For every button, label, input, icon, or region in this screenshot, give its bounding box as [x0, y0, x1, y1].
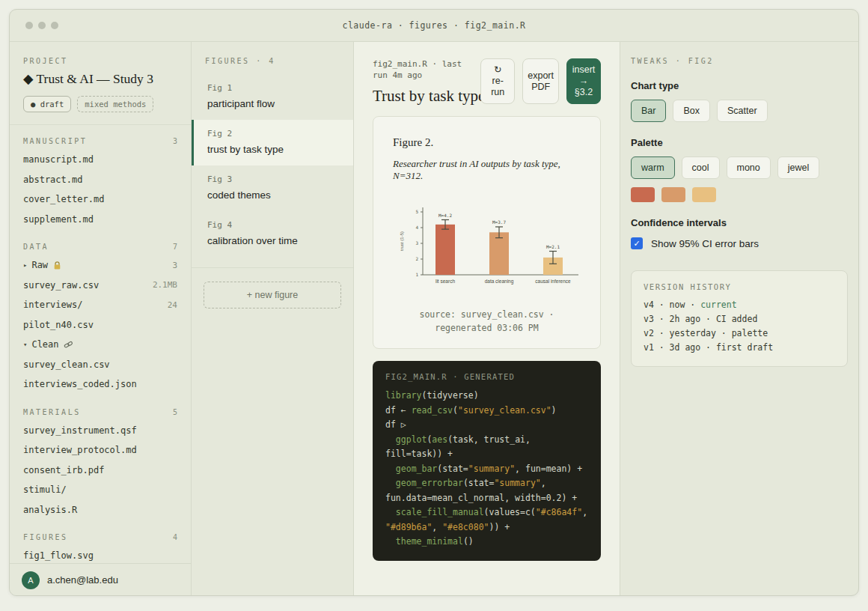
palette-jewel-option[interactable]: jewel	[777, 156, 820, 179]
ci-checkbox[interactable]: ✓	[631, 237, 643, 249]
code-line: df ← read_csv("survey_clean.csv")	[385, 404, 588, 419]
sidebar-section: MANUSCRIPT3manuscript.mdabstract.mdcover…	[10, 125, 191, 231]
version-row[interactable]: v3 · 2h ago · CI added	[644, 312, 835, 326]
source-line-1: source: survey_clean.csv ·	[393, 308, 581, 321]
chart-type-box-option[interactable]: Box	[673, 100, 710, 122]
section-title: DATA	[23, 243, 49, 251]
tree-collapsed-icon[interactable]: ▸	[23, 261, 27, 269]
file-label: analysis.R	[23, 505, 77, 515]
file-label: survey_instrument.qsf	[23, 425, 137, 436]
file-name: survey_raw.csv	[23, 280, 99, 291]
figure-list-item[interactable]: Fig 3coded themes	[192, 165, 353, 211]
sidebar-section: DATA7▸Raw3survey_raw.csv2.1MBinterviews/…	[10, 231, 191, 396]
file-label: Raw	[31, 260, 48, 270]
ci-checkbox-label: Show 95% CI error bars	[651, 238, 759, 249]
svg-text:lit search: lit search	[435, 279, 455, 284]
file-item[interactable]: abstract.md	[23, 170, 177, 190]
new-figure-button[interactable]: + new figure	[204, 282, 341, 308]
version-history-header: VERSION HISTORY	[644, 282, 835, 291]
chart-type-options: BarBoxScatter	[631, 100, 848, 122]
file-item[interactable]: interview_protocol.md	[23, 440, 177, 460]
figure-list-item[interactable]: Fig 4calibration over time	[192, 211, 353, 257]
file-item[interactable]: analysis.R	[23, 500, 177, 520]
file-name: manuscript.md	[23, 154, 94, 165]
traffic-lights[interactable]	[25, 22, 58, 29]
figure-label: trust by task type	[207, 144, 340, 155]
version-history-rows: v4 · now · currentv3 · 2h ago · CI added…	[644, 298, 835, 355]
code-line: fill=task)) +	[385, 447, 588, 462]
chart-type-scatter-option[interactable]: Scatter	[717, 100, 768, 122]
file-name: stimuli/	[23, 484, 67, 495]
file-item[interactable]: manuscript.md	[23, 150, 177, 170]
chart-type-bar-option[interactable]: Bar	[631, 100, 666, 122]
figure-label: participant flow	[207, 98, 340, 109]
palette-swatch	[631, 187, 655, 202]
file-item[interactable]: ▸Raw3	[23, 255, 177, 276]
tree-expanded-icon[interactable]: ▾	[23, 341, 27, 348]
sidebar-sections: MANUSCRIPT3manuscript.mdabstract.mdcover…	[10, 125, 191, 568]
file-name: consent_irb.pdf	[23, 465, 104, 475]
close-window-icon[interactable]	[25, 22, 33, 29]
file-item[interactable]: survey_raw.csv2.1MB	[23, 276, 177, 296]
main-header: fig2_main.R · last run 4m ago Trust by t…	[373, 58, 601, 106]
sidebar-section: MATERIALS5survey_instrument.qsfinterview…	[10, 396, 191, 522]
export-pdf-button[interactable]: exportPDF	[522, 58, 559, 104]
breadcrumb: claude-ra · figures · fig2_main.R	[343, 20, 526, 31]
code-line: fun.data=mean_cl_normal, width=0.2) +	[385, 491, 588, 506]
palette-mono-option[interactable]: mono	[727, 156, 771, 179]
file-item[interactable]: consent_irb.pdf	[23, 460, 177, 481]
section-count: 3	[173, 137, 177, 145]
section-count: 5	[173, 408, 177, 416]
figure-caption-subtitle: Researcher trust in AI outputs by task t…	[393, 158, 581, 182]
file-item[interactable]: survey_clean.csv	[23, 355, 177, 375]
file-label: fig1_flow.svg	[23, 550, 94, 561]
chart-type-label: Chart type	[631, 80, 848, 91]
figures-panel-header: FIGURES · 4	[192, 42, 353, 74]
file-name: interviews/	[23, 300, 82, 310]
section-header: MATERIALS5	[23, 408, 177, 416]
version-row[interactable]: v1 · 3d ago · first draft	[644, 341, 835, 355]
palette-warm-option[interactable]: warm	[631, 156, 675, 179]
new-figure-wrap: + new figure	[192, 267, 353, 322]
file-item[interactable]: survey_instrument.qsf	[23, 421, 177, 441]
file-item[interactable]: cover_letter.md	[23, 189, 177, 210]
file-item[interactable]: stimuli/	[23, 480, 177, 500]
zoom-window-icon[interactable]	[51, 22, 58, 29]
file-label: interview_protocol.md	[23, 445, 137, 455]
figure-list-item[interactable]: Fig 1participant flow	[192, 74, 353, 120]
minimize-window-icon[interactable]	[38, 22, 46, 29]
file-label: pilot_n40.csv	[23, 320, 94, 330]
file-item[interactable]: ▾Clean	[23, 335, 177, 355]
figure-id: Fig 2	[207, 129, 340, 139]
project-block: PROJECT ◆ Trust & AI — Study 3 ● draft m…	[10, 42, 191, 125]
file-item[interactable]: interviews_coded.json	[23, 374, 177, 395]
palette-swatch	[692, 187, 716, 202]
user-account-row[interactable]: A a.chen@lab.edu	[10, 563, 191, 596]
file-name: fig1_flow.svg	[23, 550, 94, 561]
tweaks-panel-header: TWEAKS · FIG2	[631, 57, 848, 65]
section-header: DATA7	[23, 243, 177, 251]
file-name: ▾Clean	[23, 339, 73, 350]
methods-badge: mixed methods	[77, 96, 153, 112]
svg-text:2: 2	[415, 256, 418, 261]
file-meta: fig2_main.R · last run 4m ago	[373, 58, 468, 81]
svg-text:1: 1	[415, 272, 418, 277]
palette-cool-option[interactable]: cool	[682, 156, 720, 179]
ci-checkbox-row[interactable]: ✓ Show 95% CI error bars	[631, 237, 848, 249]
rerun-button[interactable]: ↻re-run	[480, 58, 515, 104]
version-row[interactable]: v2 · yesterday · palette	[644, 326, 835, 341]
file-label: cover_letter.md	[23, 194, 104, 204]
svg-text:M=4.2: M=4.2	[438, 213, 452, 218]
file-item[interactable]: interviews/24	[23, 295, 177, 315]
version-row[interactable]: v4 · now · current	[644, 298, 835, 312]
project-section-label: PROJECT	[23, 57, 177, 65]
figure-preview-card: Figure 2. Researcher trust in AI outputs…	[373, 116, 601, 349]
figure-list: Fig 1participant flowFig 2trust by task …	[192, 74, 353, 257]
figure-list-item[interactable]: Fig 2trust by task type	[192, 120, 353, 165]
section-title: MATERIALS	[23, 408, 81, 416]
file-item[interactable]: supplement.md	[23, 210, 177, 230]
insert-section-button[interactable]: insert→§3.2	[566, 58, 601, 104]
code-line: theme_minimal()	[385, 535, 588, 550]
file-item[interactable]: pilot_n40.csv	[23, 315, 177, 335]
code-line: df ▷	[385, 418, 588, 433]
